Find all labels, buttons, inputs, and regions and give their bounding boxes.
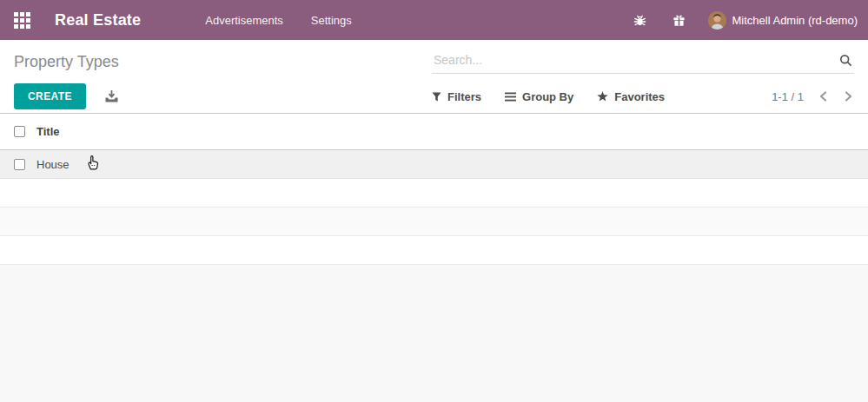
search-options: Filters Group By xyxy=(432,89,854,103)
filters-label: Filters xyxy=(447,90,481,103)
row-checkbox-cell xyxy=(0,159,36,170)
row-checkbox[interactable] xyxy=(14,159,25,170)
table-row[interactable]: House xyxy=(0,150,868,179)
apps-grid-icon[interactable] xyxy=(14,12,30,29)
empty-row xyxy=(0,236,868,265)
search-box xyxy=(432,49,854,74)
breadcrumb: Property Types xyxy=(14,53,119,71)
user-menu[interactable]: Mitchell Admin (rd-demo) xyxy=(732,14,858,27)
row-title-cell[interactable]: House xyxy=(36,158,70,171)
favorites-label: Favorites xyxy=(614,90,665,103)
gift-icon[interactable] xyxy=(673,14,686,27)
list-view: Title House xyxy=(0,113,868,265)
topbar-right-group: Mitchell Admin (rd-demo) xyxy=(607,11,858,30)
filter-funnel-icon xyxy=(432,92,441,102)
filter-group: Filters Group By xyxy=(432,90,688,103)
group-by-bars-icon xyxy=(505,92,516,102)
create-button[interactable]: CREATE xyxy=(14,83,86,109)
empty-row xyxy=(0,179,868,208)
top-navbar: Real Estate Advertisements Settings xyxy=(0,0,868,40)
group-by-button[interactable]: Group By xyxy=(505,90,573,103)
download-export-icon[interactable] xyxy=(105,90,118,102)
select-all-checkbox[interactable] xyxy=(14,126,25,137)
column-header-title[interactable]: Title xyxy=(36,125,60,138)
group-by-label: Group By xyxy=(522,90,573,103)
table-header-row: Title xyxy=(0,114,868,150)
control-panel: Property Types CREATE xyxy=(0,40,868,113)
favorites-button[interactable]: Favorites xyxy=(597,90,665,103)
user-avatar[interactable] xyxy=(708,11,726,30)
menu-advertisements[interactable]: Advertisements xyxy=(205,14,283,27)
pager: 1-1 / 1 xyxy=(772,89,854,103)
header-checkbox-cell xyxy=(0,126,36,137)
empty-row xyxy=(0,208,868,236)
filters-button[interactable]: Filters xyxy=(432,90,481,103)
search-input[interactable] xyxy=(432,49,854,74)
menu-settings[interactable]: Settings xyxy=(311,14,352,27)
pager-next-icon[interactable] xyxy=(843,89,854,103)
pager-range: 1-1 / 1 xyxy=(772,90,804,103)
bug-icon[interactable] xyxy=(633,14,646,27)
pager-previous-icon[interactable] xyxy=(818,89,829,103)
app-title[interactable]: Real Estate xyxy=(55,11,141,30)
favorites-star-icon xyxy=(597,91,608,102)
action-buttons: CREATE xyxy=(14,83,432,109)
search-icon[interactable] xyxy=(839,54,852,70)
